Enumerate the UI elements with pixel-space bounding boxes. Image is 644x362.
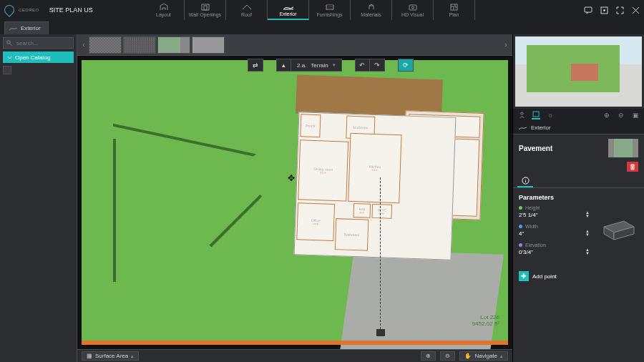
chevron-down-icon: ▾ <box>333 62 336 68</box>
inspector-title: Pavement <box>519 145 552 152</box>
undo-button[interactable]: ↶ <box>356 59 370 71</box>
thumb-1[interactable] <box>89 36 122 54</box>
guide-line <box>380 177 381 329</box>
driveway[interactable] <box>339 249 504 349</box>
zoom-out-icon[interactable]: ⊖ <box>617 111 625 119</box>
svg-rect-2 <box>326 6 333 9</box>
chevron-icon <box>7 55 12 60</box>
terrain-edge-3 <box>210 195 263 248</box>
material-swatch[interactable] <box>608 139 638 157</box>
layout-icon <box>160 4 168 11</box>
plan-icon <box>450 4 458 11</box>
exterior-icon <box>283 3 293 11</box>
navigate-button[interactable]: ✋ Navigate ▴ <box>459 351 508 361</box>
surface-area-button[interactable]: ▦ Surface Area ▴ <box>82 351 139 361</box>
zoom-in-icon[interactable]: ⊕ <box>602 111 611 119</box>
svg-rect-0 <box>202 4 209 10</box>
nav-wall-openings[interactable]: Wall Openings <box>185 0 226 20</box>
terrain-edge <box>113 124 256 219</box>
top-right-controls <box>584 6 640 14</box>
height-stepper[interactable]: ▲▼ <box>585 211 592 218</box>
furnishings-icon <box>326 4 334 11</box>
lot-label: Lot 226 9452.02 ft² <box>472 314 499 328</box>
height-value[interactable]: 2'5 1/4" <box>519 212 582 218</box>
camera-icon[interactable]: ▣ <box>631 111 640 119</box>
top-nav: Layout Wall Openings Roof Exterior Furni… <box>143 0 475 20</box>
terrain-canvas[interactable]: Entry Garage 625 ft² Porch Mudroom <box>82 60 508 345</box>
preview-tools: ☼ ⊕ ⊖ ▣ <box>513 109 644 122</box>
project-title: SITE PLAN US <box>49 6 93 14</box>
nav-furnishings[interactable]: Furnishings <box>309 0 351 20</box>
thumb-2[interactable] <box>123 36 156 54</box>
terrain-point-marker[interactable] <box>376 329 385 336</box>
nav-layout[interactable]: Layout <box>143 0 185 20</box>
right-panel: ☼ ⊕ ⊖ ▣ Exterior Pavement <box>512 34 644 362</box>
left-tab-1[interactable] <box>3 66 11 74</box>
canvas-toolbar: ⇄ ▴ 2.a. Terrain ▾ ↶ ↷ ⟳ <box>248 59 414 72</box>
elevation-value[interactable]: 0'3/4" <box>519 249 582 255</box>
nav-materials[interactable]: Materials <box>351 0 392 20</box>
canvas-viewport[interactable]: Entry Garage 625 ft² Porch Mudroom <box>77 56 512 349</box>
swap-icon[interactable]: ⇄ <box>248 59 263 71</box>
redo-button[interactable]: ↷ <box>370 59 384 71</box>
person-view-icon[interactable] <box>517 111 526 119</box>
sync-icon[interactable]: ⟳ <box>399 59 413 71</box>
sun-icon[interactable]: ☼ <box>546 111 555 119</box>
expand-up-icon[interactable]: ▴ <box>277 59 291 71</box>
doc-tab-row: Exterior <box>0 20 644 34</box>
nav-roof[interactable]: Roof <box>226 0 268 20</box>
elevation-stepper[interactable]: ▲▼ <box>585 248 592 255</box>
fullscreen-icon[interactable] <box>615 6 624 14</box>
center-area: ‹ › ⇄ ▴ 2.a. Terrain ▾ ↶ ↷ <box>77 34 512 362</box>
search-box[interactable] <box>3 37 74 49</box>
terrain-edge-2 <box>113 139 116 282</box>
zoom-out-button[interactable]: ⊖ <box>440 351 455 361</box>
shape-3d-preview <box>598 205 638 261</box>
close-icon[interactable] <box>631 6 640 14</box>
roof-icon <box>243 4 251 11</box>
brand-logo-icon <box>2 3 16 17</box>
snap-icon[interactable] <box>600 6 608 14</box>
nav-hd-visual[interactable]: HD Visual <box>392 0 434 20</box>
preview-3d[interactable] <box>515 36 642 107</box>
brand-name: CEDREO <box>19 8 39 12</box>
brand: CEDREO SITE PLAN US <box>4 5 93 15</box>
open-catalog-button[interactable]: Open Catalog <box>3 52 74 63</box>
parameters-heading: Parameters <box>519 194 638 201</box>
nav-exterior[interactable]: Exterior <box>268 0 309 20</box>
level-select[interactable]: 2.a. Terrain ▾ <box>291 59 341 71</box>
svg-point-11 <box>520 112 522 114</box>
main: Open Catalog ‹ › ⇄ ▴ 2.a. Terrain <box>0 34 644 362</box>
svg-rect-6 <box>585 7 592 12</box>
wall-openings-icon <box>201 4 210 11</box>
aerial-view-icon[interactable] <box>532 111 540 119</box>
move-cursor-icon <box>286 173 296 183</box>
zoom-in-button[interactable]: ⊕ <box>421 351 436 361</box>
delete-button[interactable] <box>627 162 638 172</box>
add-point-icon: ✚ <box>519 271 529 281</box>
thumbs-next[interactable]: › <box>502 41 509 49</box>
svg-rect-12 <box>533 112 539 117</box>
nav-plan[interactable]: Plan <box>434 0 475 20</box>
materials-icon <box>368 4 375 11</box>
zoom-in-icon: ⊕ <box>426 353 431 359</box>
floorplan[interactable]: Porch Mudroom Dining room 231 ft² Kitche… <box>294 112 457 260</box>
tab-info[interactable] <box>517 175 533 187</box>
hand-icon: ✋ <box>464 353 472 359</box>
doc-tab-exterior[interactable]: Exterior <box>4 21 49 34</box>
thumb-3[interactable] <box>157 36 190 54</box>
exterior-crumb-icon <box>519 125 527 130</box>
left-mini-tabs <box>3 66 74 74</box>
svg-point-4 <box>411 6 414 8</box>
width-stepper[interactable]: ▲▼ <box>585 230 592 237</box>
width-value[interactable]: 4" <box>519 230 582 237</box>
doc-tab-label: Exterior <box>21 25 41 31</box>
comments-icon[interactable] <box>584 6 592 14</box>
svg-rect-3 <box>409 5 416 10</box>
svg-rect-1 <box>204 6 207 10</box>
thumb-4[interactable] <box>192 36 225 54</box>
add-point-button[interactable]: ✚ Add point <box>519 271 638 281</box>
material-thumbnails: ‹ › <box>77 34 512 56</box>
svg-point-9 <box>7 41 10 44</box>
thumbs-prev[interactable]: ‹ <box>80 41 87 49</box>
